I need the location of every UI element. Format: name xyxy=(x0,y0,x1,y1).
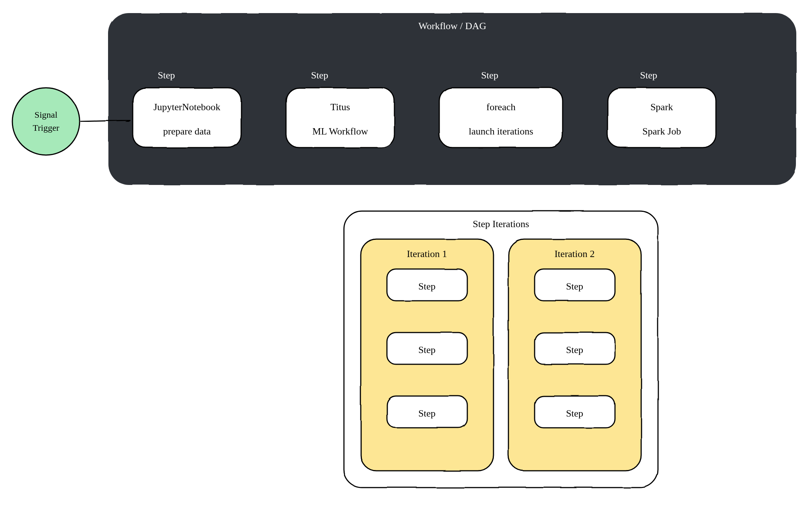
trigger-line1: Signal xyxy=(34,110,58,120)
step-4-line1: Spark xyxy=(650,102,673,112)
step-2-line2: ML Workflow xyxy=(313,126,368,137)
iter2-step3: Step xyxy=(566,408,583,419)
iter2-step1: Step xyxy=(566,281,583,292)
step-1-line2: prepare data xyxy=(163,126,211,137)
step-3-line1: foreach xyxy=(486,102,516,112)
iteration-1-title: Iteration 1 xyxy=(407,248,447,259)
iter1-step1: Step xyxy=(418,281,436,292)
iteration-2: Iteration 2 Step Step Step xyxy=(508,239,641,471)
step-1-line1: JupyterNotebook xyxy=(153,102,220,112)
iter1-step3: Step xyxy=(418,408,436,419)
svg-rect-7 xyxy=(439,88,563,148)
iterations-title: Step Iterations xyxy=(473,219,529,229)
iter1-step2: Step xyxy=(418,344,436,355)
svg-rect-9 xyxy=(608,88,716,148)
step-4-label: Step xyxy=(640,70,657,81)
step-1-label: Step xyxy=(158,70,175,81)
iteration-1: Iteration 1 Step Step Step xyxy=(361,239,493,471)
svg-rect-3 xyxy=(133,88,241,148)
iter2-step2: Step xyxy=(566,344,583,355)
step-4-line2: Spark Job xyxy=(642,126,681,137)
signal-trigger: Signal Trigger xyxy=(12,88,80,155)
step-2-line1: Titus xyxy=(330,102,350,112)
step-3-label: Step xyxy=(481,70,498,81)
trigger-line2: Trigger xyxy=(33,123,59,133)
workflow-title: Workflow / DAG xyxy=(418,21,486,31)
step-2-label: Step xyxy=(311,70,328,81)
svg-rect-5 xyxy=(286,88,394,148)
iteration-2-title: Iteration 2 xyxy=(554,248,595,259)
step-3-line2: launch iterations xyxy=(469,126,533,137)
